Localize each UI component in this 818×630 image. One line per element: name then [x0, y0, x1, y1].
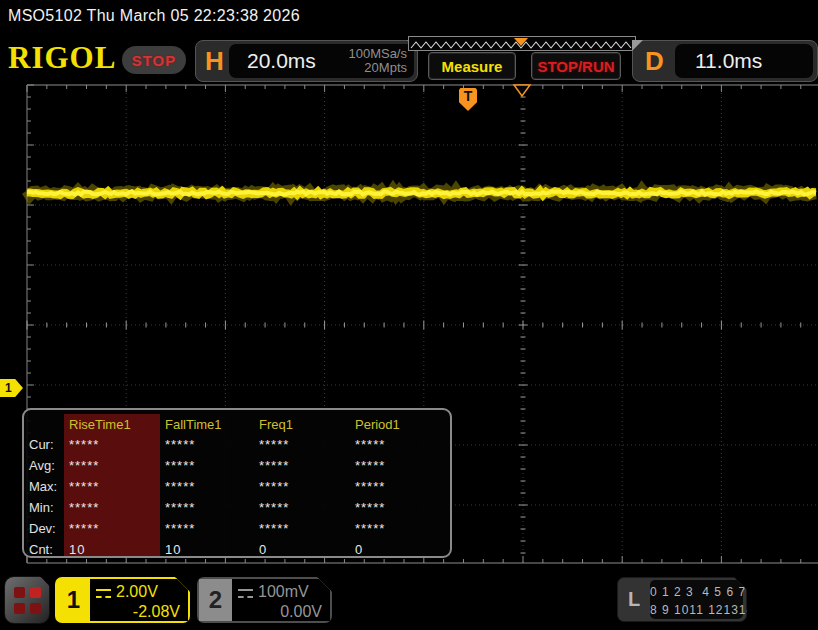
channel1-block[interactable]: 1 2.00V -2.08V: [55, 577, 190, 623]
channel2-number: 2: [199, 579, 232, 621]
channel2-block[interactable]: 2 100mV 0.00V: [197, 577, 332, 623]
waveform-overview-bar[interactable]: [408, 36, 636, 51]
trigger-position-indicator[interactable]: [514, 85, 530, 96]
trigger-badge-letter: T: [464, 88, 473, 105]
measure-button-label: Measure: [442, 58, 503, 75]
measurement-column-freq[interactable]: Freq1: [254, 414, 350, 434]
measurement-panel[interactable]: RiseTime1 FallTime1 Freq1 Period1 Cur: *…: [22, 408, 452, 558]
channel1-values: 2.00V -2.08V: [90, 579, 188, 621]
channel1-scale: 2.00V: [116, 582, 158, 602]
measure-button[interactable]: Measure: [428, 52, 516, 80]
rigol-logo: RIGOL: [8, 40, 116, 76]
logic-channel-digits: 0 1 2 3 4 5 6 7 8 9 1011 12131415: [650, 580, 743, 619]
logic-analyzer-block[interactable]: L 0 1 2 3 4 5 6 7 8 9 1011 12131415: [617, 577, 747, 622]
d-label: D: [645, 46, 664, 77]
logic-label: L: [618, 578, 650, 621]
logic-digits-row1: 0 1 2 3 4 5 6 7: [650, 583, 743, 601]
measurement-column-period[interactable]: Period1: [350, 414, 446, 434]
channel1-number: 1: [57, 579, 90, 621]
delay-inner: 11.0ms: [675, 44, 813, 78]
measurement-column-falltime[interactable]: FallTime1: [160, 414, 254, 434]
memory-depth: 20Mpts: [364, 60, 407, 75]
measurement-column-risetime[interactable]: RiseTime1: [64, 414, 160, 434]
measurement-row-avg: Avg: ***** ***** ***** *****: [24, 455, 450, 476]
stop-run-button[interactable]: STOP/RUN: [531, 52, 621, 80]
trigger-delay-value: 11.0ms: [695, 49, 762, 73]
channel2-scale: 100mV: [258, 582, 309, 602]
channel1-ground-label: 1: [5, 381, 12, 395]
channel1-waveform-trace: [27, 192, 816, 195]
acquisition-status-label: STOP: [132, 52, 177, 69]
top-status-bar: MSO5102 Thu March 05 22:23:38 2026: [0, 0, 818, 32]
h-label: H: [205, 46, 224, 77]
oscilloscope-screen: MSO5102 Thu March 05 22:23:38 2026 RIGOL…: [0, 0, 818, 630]
quick-menu-button[interactable]: [4, 576, 50, 624]
channel2-offset: 0.00V: [238, 602, 322, 622]
measurement-row-cnt: Cnt: 10 10 0 0: [24, 539, 450, 558]
channel1-offset: -2.08V: [96, 602, 180, 622]
timebase-value: 20.0ms: [247, 49, 316, 73]
dc-coupling-icon: [238, 589, 253, 598]
acquisition-status-badge[interactable]: STOP: [122, 46, 186, 74]
model-and-datetime: MSO5102 Thu March 05 22:23:38 2026: [8, 7, 300, 25]
sample-rate-and-depth: 100MSa/s 20Mpts: [348, 47, 407, 75]
menu-grid-icon: [14, 587, 41, 614]
measurement-row-cur: Cur: ***** ***** ***** *****: [24, 434, 450, 455]
panel-corner-fold-icon: [632, 40, 643, 51]
measurement-header-row: RiseTime1 FallTime1 Freq1 Period1: [24, 414, 450, 434]
measurement-row-max: Max: ***** ***** ***** *****: [24, 476, 450, 497]
timebase-inner: 20.0ms 100MSa/s 20Mpts: [229, 44, 414, 78]
trigger-delay-panel[interactable]: D 11.0ms: [632, 40, 818, 82]
sample-rate: 100MSa/s: [348, 46, 407, 61]
stop-run-button-label: STOP/RUN: [537, 58, 614, 75]
waveform-display-area: T 1 RiseTime1 FallTime1 Freq1 Period1 Cu…: [0, 84, 818, 570]
dc-coupling-icon: [96, 589, 111, 598]
measurement-row-dev: Dev: ***** ***** ***** *****: [24, 518, 450, 539]
overview-zigzag-icon: [409, 38, 635, 51]
measurement-row-min: Min: ***** ***** ***** *****: [24, 497, 450, 518]
horizontal-timebase-panel[interactable]: H 20.0ms 100MSa/s 20Mpts: [195, 40, 418, 82]
logic-digits-row2: 8 9 1011 12131415: [650, 601, 743, 619]
channel2-values: 100mV 0.00V: [232, 579, 330, 621]
